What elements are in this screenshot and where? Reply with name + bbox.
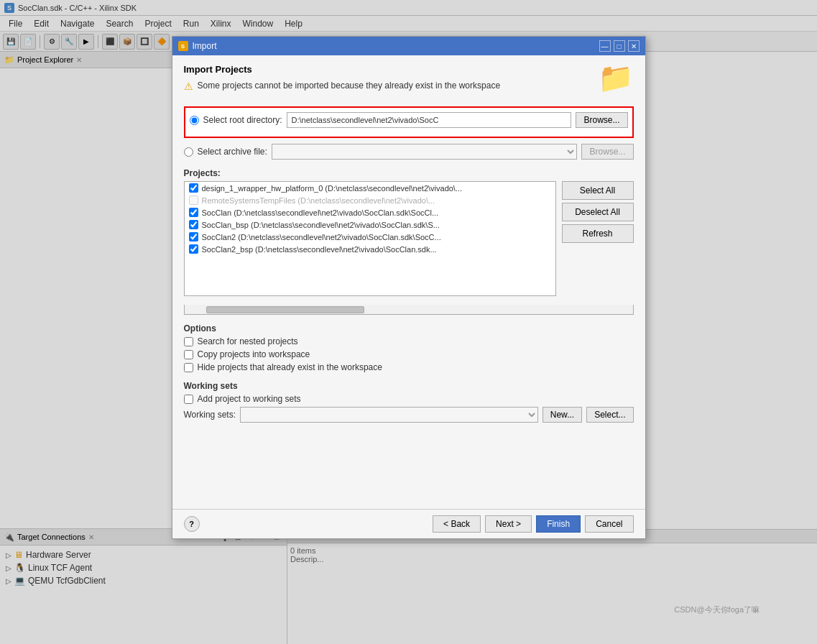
archive-label: Select archive file:	[198, 147, 267, 157]
finish-btn[interactable]: Finish	[536, 515, 581, 533]
archive-combo[interactable]	[272, 144, 578, 160]
footer-left: ?	[184, 516, 200, 532]
project-checkbox-4[interactable]	[189, 232, 198, 242]
projects-container: design_1_wrapper_hw_platform_0 (D:\netcl…	[184, 181, 634, 296]
warning-box: ⚠ Some projects cannot be imported becau…	[184, 80, 501, 92]
working-sets-input-label: Working sets:	[184, 410, 236, 420]
working-sets-input-row: Working sets: New... Select...	[184, 407, 634, 423]
project-label-2: SocClan (D:\netclass\secondlevel\net2\vi…	[202, 208, 439, 217]
project-label-1: RemoteSystemsTempFiles (D:\netclass\seco…	[202, 196, 435, 205]
nested-projects-label: Search for nested projects	[198, 336, 298, 346]
projects-list: design_1_wrapper_hw_platform_0 (D:\netcl…	[184, 181, 556, 296]
projects-buttons: Select All Deselect All Refresh	[562, 181, 634, 296]
next-btn[interactable]: Next >	[485, 515, 532, 533]
project-label-3: SocClan_bsp (D:\netclass\secondlevel\net…	[202, 221, 440, 229]
import-dialog: S Import — □ ✕ Import Projects ⚠ Some pr…	[172, 36, 646, 539]
archive-browse-btn[interactable]: Browse...	[581, 144, 633, 160]
copy-projects-checkbox[interactable]	[184, 350, 193, 359]
add-working-sets-checkbox[interactable]	[184, 395, 193, 404]
option-hide-row: Hide projects that already exist in the …	[184, 362, 634, 372]
project-item-5[interactable]: SocClan2_bsp (D:\netclass\secondlevel\ne…	[185, 243, 555, 255]
dialog-footer: ? < Back Next > Finish Cancel	[172, 509, 645, 538]
footer-right: < Back Next > Finish Cancel	[433, 515, 633, 533]
scrollbar-thumb[interactable]	[206, 306, 364, 313]
refresh-btn[interactable]: Refresh	[562, 224, 634, 243]
copy-projects-label: Copy projects into workspace	[198, 349, 310, 359]
archive-radio[interactable]	[184, 147, 193, 157]
option-copy-row: Copy projects into workspace	[184, 349, 634, 359]
add-working-sets-label: Add project to working sets	[198, 394, 301, 404]
working-sets-section: Working sets Add project to working sets…	[184, 381, 634, 423]
project-checkbox-1[interactable]	[189, 196, 198, 205]
projects-section-label: Projects:	[184, 168, 634, 178]
directory-selection-box: Select root directory: Browse...	[184, 106, 634, 138]
dialog-minimize-btn[interactable]: —	[599, 40, 611, 52]
dialog-title: Import	[193, 41, 217, 51]
select-all-btn[interactable]: Select All	[562, 181, 634, 200]
hide-projects-label: Hide projects that already exist in the …	[198, 362, 382, 372]
nested-projects-checkbox[interactable]	[184, 337, 193, 346]
root-directory-row: Select root directory: Browse...	[190, 112, 628, 128]
options-label: Options	[184, 323, 634, 334]
project-label-5: SocClan2_bsp (D:\netclass\secondlevel\ne…	[202, 245, 437, 254]
project-item-3[interactable]: SocClan_bsp (D:\netclass\secondlevel\net…	[185, 218, 555, 231]
project-checkbox-5[interactable]	[189, 244, 198, 254]
warning-icon: ⚠	[184, 80, 193, 92]
back-btn[interactable]: < Back	[433, 515, 481, 533]
dir-input-row: Browse...	[287, 112, 628, 128]
root-directory-label: Select root directory:	[203, 115, 282, 125]
project-checkbox-0[interactable]	[189, 183, 198, 193]
dialog-titlebar: S Import — □ ✕	[172, 37, 645, 55]
folder-large-icon: 📁	[598, 61, 634, 95]
root-directory-input[interactable]	[287, 112, 572, 128]
dialog-app-icon: S	[178, 41, 188, 51]
deselect-all-btn[interactable]: Deselect All	[562, 203, 634, 221]
dialog-close-btn[interactable]: ✕	[628, 40, 640, 52]
working-sets-combo[interactable]	[240, 407, 538, 423]
project-label-4: SocClan2 (D:\netclass\secondlevel\net2\v…	[202, 233, 441, 242]
project-checkbox-2[interactable]	[189, 208, 198, 217]
select-working-set-btn[interactable]: Select...	[586, 407, 633, 423]
dialog-controls: — □ ✕	[599, 40, 640, 52]
root-directory-radio[interactable]	[190, 116, 199, 125]
dialog-overlay: S Import — □ ✕ Import Projects ⚠ Some pr…	[0, 0, 817, 644]
project-item-4[interactable]: SocClan2 (D:\netclass\secondlevel\net2\v…	[185, 231, 555, 243]
dialog-title-group: S Import	[178, 41, 217, 51]
hide-projects-checkbox[interactable]	[184, 363, 193, 372]
dialog-body: Import Projects ⚠ Some projects cannot b…	[172, 55, 645, 509]
new-working-set-btn[interactable]: New...	[543, 407, 582, 423]
import-projects-heading: Import Projects	[184, 64, 501, 75]
root-browse-btn[interactable]: Browse...	[576, 112, 627, 128]
archive-row: Select archive file: Browse...	[184, 144, 634, 160]
working-sets-label: Working sets	[184, 381, 634, 391]
option-nested-row: Search for nested projects	[184, 336, 634, 346]
project-label-0: design_1_wrapper_hw_platform_0 (D:\netcl…	[202, 184, 463, 193]
cancel-btn[interactable]: Cancel	[585, 515, 633, 533]
project-item-2[interactable]: SocClan (D:\netclass\secondlevel\net2\vi…	[185, 206, 555, 218]
project-item-0[interactable]: design_1_wrapper_hw_platform_0 (D:\netcl…	[185, 182, 555, 194]
project-checkbox-3[interactable]	[189, 220, 198, 229]
project-item-1[interactable]: RemoteSystemsTempFiles (D:\netclass\seco…	[185, 194, 555, 206]
options-section: Options Search for nested projects Copy …	[184, 323, 634, 372]
warning-text: Some projects cannot be imported because…	[198, 80, 501, 91]
horizontal-scrollbar[interactable]	[184, 305, 634, 315]
dialog-maximize-btn[interactable]: □	[614, 40, 625, 52]
add-to-working-sets-row: Add project to working sets	[184, 394, 634, 404]
help-btn[interactable]: ?	[184, 516, 200, 532]
